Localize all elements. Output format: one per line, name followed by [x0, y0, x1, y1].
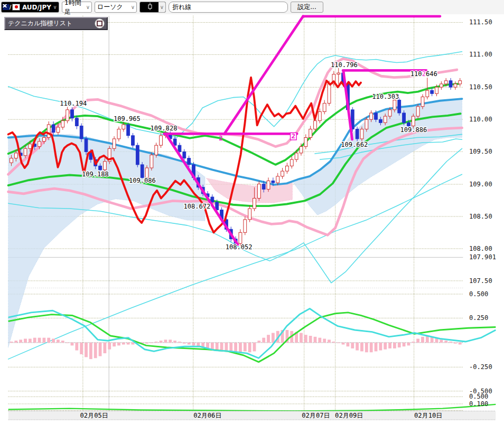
macd-bar: [94, 343, 97, 358]
candle: [444, 81, 447, 84]
technical-indicator-list-panel[interactable]: テクニカル指標リスト: [4, 17, 108, 30]
macd-bar: [318, 338, 321, 343]
macd-bar: [29, 339, 32, 343]
chart-type-label: ローソク: [97, 3, 123, 12]
macd-bar: [309, 336, 312, 343]
chart-type-select[interactable]: ローソク ∨: [95, 2, 137, 13]
macd-bar: [66, 343, 69, 343]
chevron-down-icon[interactable]: ∨: [85, 4, 91, 10]
candle: [61, 121, 64, 127]
candle: [379, 119, 382, 122]
candle: [300, 147, 303, 153]
candle: [388, 110, 391, 116]
swing-price-label: 110.194: [60, 100, 87, 107]
x-axis-date-label: 02月07日: [302, 412, 330, 419]
candle: [47, 125, 50, 137]
macd-bar: [314, 337, 317, 343]
candle: [57, 127, 60, 133]
y-axis-label: 107.901: [469, 253, 496, 261]
timeframe-select[interactable]: 1時間足 ∨: [62, 2, 92, 13]
chevron-down-icon[interactable]: ∨: [51, 4, 59, 10]
candle: [52, 125, 55, 133]
macd-bar: [459, 343, 462, 345]
trendline-up-big[interactable]: [225, 16, 303, 134]
macd-bar: [104, 343, 107, 353]
swing-price-label: 110.303: [372, 93, 399, 100]
candlestick-icon: [147, 3, 153, 12]
macd-bar: [99, 343, 102, 356]
macd-bar: [272, 333, 275, 343]
settings-label: 設定...: [297, 3, 316, 12]
macd-bar: [160, 341, 163, 343]
macd-bar: [216, 343, 219, 351]
restore-window-icon[interactable]: [95, 18, 105, 29]
chevron-down-icon[interactable]: ∨: [158, 2, 165, 12]
candle: [318, 112, 321, 121]
candle: [431, 90, 434, 93]
macd-bar: [257, 341, 260, 343]
chevron-down-icon[interactable]: ∨: [129, 4, 136, 10]
macd-bar: [24, 339, 27, 343]
y-axis-label: 0.500: [469, 290, 488, 298]
candle-style-select[interactable]: ∨: [139, 2, 166, 13]
candle: [323, 103, 326, 112]
japan-flag-icon: [12, 4, 20, 11]
australia-flag-icon: [3, 4, 10, 10]
candle: [267, 181, 270, 189]
candle: [188, 158, 191, 165]
macd-bar: [164, 339, 167, 343]
candle: [403, 113, 406, 122]
overlay-line-field[interactable]: 折れ線: [169, 2, 288, 13]
trendline-number-label: 2: [219, 134, 223, 142]
swing-price-label: 108.052: [226, 243, 253, 251]
candle: [426, 90, 429, 97]
y-axis-label: 108.00: [469, 245, 492, 252]
candle: [384, 116, 387, 122]
candle: [122, 125, 125, 129]
macd-bar: [347, 343, 350, 346]
candle: [99, 166, 102, 169]
candle: [365, 119, 368, 129]
macd-bar: [379, 343, 382, 351]
macd-bar: [300, 333, 303, 343]
macd-bar: [10, 342, 13, 343]
y-axis-label: 110.50: [469, 83, 492, 91]
settings-button[interactable]: 設定...: [291, 2, 323, 13]
swing-price-label: 109.965: [114, 115, 141, 122]
currency-pair-select[interactable]: / AUD/JPY ∨: [1, 2, 59, 13]
macd-bar: [183, 343, 186, 344]
candle: [38, 141, 41, 147]
candle: [314, 121, 317, 129]
candle: [356, 129, 359, 139]
candle: [150, 155, 153, 168]
macd-bar: [384, 343, 387, 350]
candle: [132, 136, 135, 145]
candle: [160, 136, 163, 145]
candle: [272, 181, 275, 183]
macd-bar: [80, 343, 83, 354]
candle: [113, 139, 116, 148]
macd-bar: [248, 343, 251, 352]
candle: [360, 129, 363, 139]
y-axis-label: 110.00: [469, 116, 492, 123]
macd-bar: [407, 343, 410, 346]
swing-price-label: 109.086: [129, 177, 156, 184]
macd-bar: [342, 343, 345, 345]
macd-bar: [113, 343, 116, 346]
macd-bar: [33, 338, 36, 343]
candle: [398, 100, 401, 113]
chart-area[interactable]: 22110.194109.965109.828109.188109.086108…: [0, 14, 504, 434]
x-axis-date-label: 02月10日: [414, 412, 442, 419]
candle: [262, 184, 265, 190]
candle: [42, 137, 45, 141]
macd-bar: [71, 343, 74, 346]
price-axis: 111.50111.00110.50110.00109.50109.00108.…: [469, 18, 496, 407]
panel-title: テクニカル指標リスト: [8, 19, 72, 28]
macd-bar: [444, 341, 447, 343]
macd-bar: [38, 338, 41, 343]
price-chart-svg[interactable]: 22110.194109.965109.828109.188109.086108…: [0, 14, 504, 434]
y-axis-label: 111.50: [469, 18, 492, 26]
macd-bar: [57, 339, 60, 343]
pair-label: AUD/JPY: [22, 4, 51, 11]
macd-bar: [421, 337, 424, 343]
